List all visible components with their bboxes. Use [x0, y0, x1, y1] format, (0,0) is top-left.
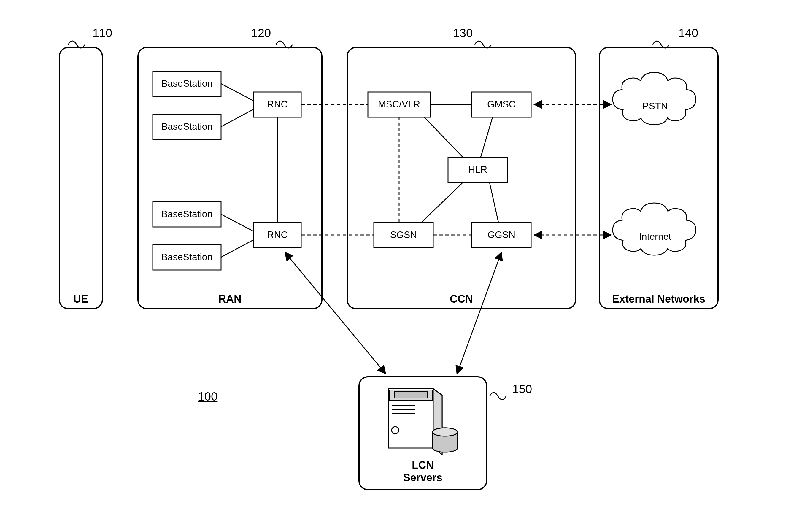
svg-line-8 [481, 117, 492, 157]
ext-label: External Networks [612, 293, 705, 305]
lcn-label-2: Servers [403, 471, 442, 484]
ue-panel [59, 47, 102, 309]
basestation-3-label: BaseStation [161, 209, 213, 219]
internet-cloud: Internet [613, 203, 696, 255]
rnc-1-label: RNC [267, 99, 288, 110]
svg-line-9 [421, 182, 463, 223]
gmsc-label: GMSC [487, 99, 516, 110]
svg-point-18 [433, 428, 457, 436]
callout-ext: 140 [679, 27, 698, 39]
basestation-1-label: BaseStation [161, 78, 213, 89]
svg-line-10 [489, 182, 499, 223]
callout-ue: 110 [93, 27, 112, 39]
svg-line-2 [221, 214, 254, 231]
svg-line-25 [457, 252, 501, 374]
ue-label: UE [73, 293, 88, 305]
lcn-label-1: LCN [412, 459, 434, 471]
pstn-cloud: PSTN [613, 72, 696, 125]
diagram-canvas: 110 120 130 140 150 UE RAN BaseStation B… [0, 0, 810, 532]
basestation-2-label: BaseStation [161, 121, 213, 132]
server-icon [389, 389, 457, 454]
ccn-panel [347, 47, 576, 309]
pstn-label: PSTN [642, 101, 668, 111]
ran-label: RAN [218, 293, 242, 305]
basestation-4-label: BaseStation [161, 252, 213, 262]
internet-label: Internet [639, 231, 671, 242]
ext-panel [599, 47, 718, 309]
mscvlr-label: MSC/VLR [378, 99, 420, 110]
ccn-label: CCN [450, 293, 473, 305]
callout-lcn: 150 [513, 383, 532, 396]
ggsn-label: GGSN [487, 229, 515, 240]
svg-rect-12 [394, 392, 427, 398]
rnc-2-label: RNC [267, 229, 288, 240]
callout-ran: 120 [251, 27, 271, 39]
svg-line-0 [221, 84, 254, 101]
sgsn-label: SGSN [390, 229, 417, 240]
svg-line-7 [424, 117, 463, 157]
svg-line-3 [221, 240, 254, 257]
svg-line-24 [285, 252, 386, 374]
callout-ccn: 130 [453, 27, 473, 39]
figure-id: 100 [198, 390, 218, 403]
svg-line-1 [221, 109, 254, 127]
hlr-label: HLR [468, 164, 487, 175]
